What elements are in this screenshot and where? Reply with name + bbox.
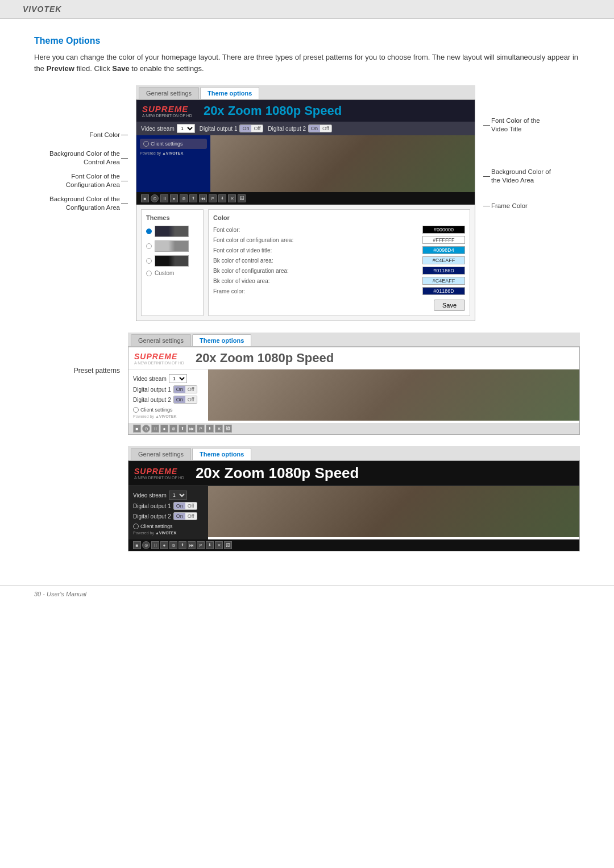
output2-toggle-2[interactable]: On Off bbox=[173, 396, 197, 404]
tool2-8[interactable]: P bbox=[197, 425, 205, 433]
powered-by-2: Powered by ▲VIVOTEK bbox=[133, 414, 204, 418]
tool2-11[interactable]: 🖼 bbox=[224, 425, 232, 433]
tab-general[interactable]: General settings bbox=[139, 87, 199, 99]
tab3-general[interactable]: General settings bbox=[131, 448, 191, 460]
output1-on[interactable]: On bbox=[240, 125, 251, 132]
preview-header-dark: SUPREME A NEW DEFINITION OF HD 20x Zoom … bbox=[136, 100, 475, 122]
digital-output2-toggle[interactable]: On Off bbox=[308, 124, 332, 132]
output2-toggle-3[interactable]: On Off bbox=[173, 512, 197, 520]
tool-7[interactable]: ⏮ bbox=[199, 194, 207, 202]
color-label-0: Font color: bbox=[213, 227, 240, 233]
tab3-theme[interactable]: Theme options bbox=[192, 448, 251, 460]
output1-toggle-3[interactable]: On Off bbox=[173, 502, 197, 510]
tool3-8[interactable]: P bbox=[197, 541, 205, 549]
tab2-general[interactable]: General settings bbox=[131, 334, 191, 346]
tool-10[interactable]: ✕ bbox=[228, 194, 236, 202]
tool-9[interactable]: ⬇ bbox=[218, 194, 226, 202]
toolbar-dark: ■ ⊙ ⏸ ● ⊚ ⬆ ⏮ P ⬇ ✕ 🖼 bbox=[136, 192, 475, 205]
digital-output2-2: Digital output 2 On Off bbox=[133, 396, 204, 404]
tool2-10[interactable]: ✕ bbox=[215, 425, 223, 433]
out1-on-2[interactable]: On bbox=[174, 386, 185, 393]
client-settings-2[interactable]: Client settings bbox=[133, 407, 204, 413]
color-row-2: Font color of video title: #0098D4 bbox=[213, 246, 465, 254]
tool3-4[interactable]: ● bbox=[160, 541, 168, 549]
tool2-9[interactable]: ⬇ bbox=[206, 425, 214, 433]
theme-item-custom[interactable]: Custom bbox=[146, 270, 198, 276]
tool3-10[interactable]: ✕ bbox=[215, 541, 223, 549]
digital-output1-toggle[interactable]: On Off bbox=[239, 124, 263, 132]
out1-on-3[interactable]: On bbox=[174, 502, 185, 509]
footer: 30 - User's Manual bbox=[0, 585, 614, 602]
client-settings-3[interactable]: Client settings bbox=[133, 524, 204, 529]
digital-output2-3: Digital output 2 On Off bbox=[133, 512, 204, 520]
tool-2[interactable]: ⊙ bbox=[151, 194, 159, 202]
theme-radio-custom[interactable] bbox=[146, 271, 152, 276]
tool3-11[interactable]: 🖼 bbox=[224, 541, 232, 549]
tab-bar: General settings Theme options bbox=[136, 85, 475, 99]
tool2-6[interactable]: ⬆ bbox=[179, 425, 186, 433]
color-chip-4[interactable]: #01186D bbox=[422, 267, 465, 275]
color-chip-5[interactable]: #C4EAFF bbox=[422, 277, 465, 285]
tool2-3[interactable]: ⏸ bbox=[151, 425, 159, 433]
tab-theme[interactable]: Theme options bbox=[200, 87, 259, 99]
tool-4[interactable]: ● bbox=[170, 194, 178, 202]
out2-on-3[interactable]: On bbox=[174, 513, 185, 520]
color-chip-3[interactable]: #C4EAFF bbox=[422, 256, 465, 264]
preview3-header: SUPREME A NEW DEFINITION OF HD 20x Zoom … bbox=[128, 461, 579, 486]
tool2-1[interactable]: ■ bbox=[133, 425, 141, 433]
tool-1[interactable]: ■ bbox=[141, 194, 149, 202]
tool2-5[interactable]: ⊚ bbox=[169, 425, 177, 433]
settings-area: Themes bbox=[136, 205, 475, 321]
page-title: Theme Options bbox=[34, 36, 580, 46]
video-stream-select-2[interactable]: 1 bbox=[169, 374, 187, 383]
theme-item-1[interactable] bbox=[146, 226, 198, 237]
tool-5[interactable]: ⊚ bbox=[180, 194, 188, 202]
theme-item-2[interactable] bbox=[146, 240, 198, 252]
theme-item-3[interactable] bbox=[146, 255, 198, 267]
tool3-5[interactable]: ⊚ bbox=[169, 541, 177, 549]
color-chip-0[interactable]: #000000 bbox=[422, 226, 465, 234]
output1-toggle-2[interactable]: On Off bbox=[173, 385, 197, 393]
video-stream-select-3[interactable]: 1 bbox=[169, 491, 187, 500]
color-chip-1[interactable]: #FFFFFF bbox=[422, 236, 465, 244]
output2-off[interactable]: Off bbox=[320, 125, 331, 132]
tool3-9[interactable]: ⬇ bbox=[206, 541, 214, 549]
save-button[interactable]: Save bbox=[434, 300, 465, 311]
tool2-7[interactable]: ⏮ bbox=[188, 425, 196, 433]
out2-on-2[interactable]: On bbox=[174, 396, 185, 403]
client-settings-dark[interactable]: Client settings bbox=[140, 139, 207, 149]
tool-11[interactable]: 🖼 bbox=[238, 194, 246, 202]
tab2-theme[interactable]: Theme options bbox=[192, 334, 251, 346]
tool-6[interactable]: ⬆ bbox=[189, 194, 197, 202]
output1-off[interactable]: Off bbox=[251, 125, 263, 132]
color-chip-6[interactable]: #01186D bbox=[422, 287, 465, 295]
preset-section-2: General settings Theme options SUPREME A… bbox=[34, 446, 580, 551]
supreme-logo-dark: SUPREME A NEW DEFINITION OF HD bbox=[142, 104, 192, 118]
out2-off-3[interactable]: Off bbox=[185, 513, 197, 520]
digital-output1-3: Digital output 1 On Off bbox=[133, 502, 204, 510]
tool2-2[interactable]: ⊙ bbox=[142, 425, 150, 433]
out1-off-3[interactable]: Off bbox=[185, 502, 197, 509]
tool3-2[interactable]: ⊙ bbox=[142, 541, 150, 549]
tool3-6[interactable]: ⬆ bbox=[179, 541, 186, 549]
tool-3[interactable]: ⏸ bbox=[160, 194, 168, 202]
out2-off-2[interactable]: Off bbox=[185, 396, 197, 403]
tab-bar-2: General settings Theme options bbox=[128, 333, 580, 347]
theme-radio-2[interactable] bbox=[146, 243, 152, 249]
color-label-4: Bk color of configuration area: bbox=[213, 268, 289, 274]
color-chip-2[interactable]: #0098D4 bbox=[422, 246, 465, 254]
powered-by-3: Powered by ▲VIVOTEK bbox=[133, 531, 204, 535]
video-stream-select[interactable]: 1 bbox=[177, 124, 195, 133]
out1-off-2[interactable]: Off bbox=[185, 386, 197, 393]
tool3-7[interactable]: ⏮ bbox=[188, 541, 196, 549]
theme-radio-3[interactable] bbox=[146, 258, 152, 264]
digital-output1-control: Digital output 1 On Off bbox=[200, 124, 264, 132]
tool2-4[interactable]: ● bbox=[160, 425, 168, 433]
tool-8[interactable]: P bbox=[209, 194, 217, 202]
tool3-1[interactable]: ■ bbox=[133, 541, 141, 549]
preview-panel-3: SUPREME A NEW DEFINITION OF HD 20x Zoom … bbox=[128, 460, 580, 551]
output2-on[interactable]: On bbox=[309, 125, 320, 132]
tool3-3[interactable]: ⏸ bbox=[151, 541, 159, 549]
video-stream-control: Video stream 1 bbox=[141, 124, 195, 133]
theme-radio-1[interactable] bbox=[146, 229, 152, 234]
